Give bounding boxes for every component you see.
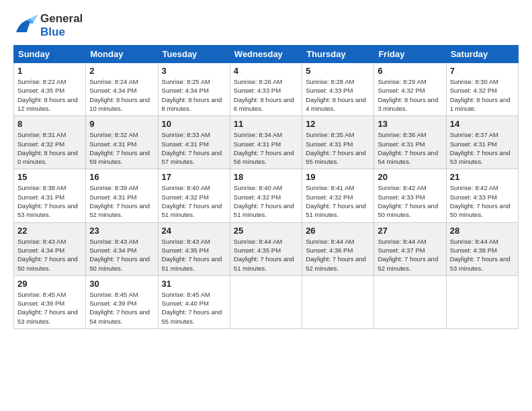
calendar-cell: 23 Sunrise: 8:43 AM Sunset: 4:34 PM Dayl… xyxy=(86,222,158,275)
weekday-header-thursday: Thursday xyxy=(302,46,374,63)
daylight: Daylight: 8 hours and 4 minutes. xyxy=(306,96,366,112)
sunrise: Sunrise: 8:22 AM xyxy=(17,78,66,85)
sunset: Sunset: 4:39 PM xyxy=(17,300,64,307)
daylight: Daylight: 7 hours and 51 minutes. xyxy=(162,255,222,271)
day-number: 24 xyxy=(162,226,226,236)
daylight: Daylight: 7 hours and 57 minutes. xyxy=(162,149,222,165)
sunset: Sunset: 4:37 PM xyxy=(378,246,425,254)
weekday-header-tuesday: Tuesday xyxy=(158,46,230,63)
day-info: Sunrise: 8:42 AM Sunset: 4:33 PM Dayligh… xyxy=(378,183,442,219)
day-number: 10 xyxy=(162,119,226,129)
sunset: Sunset: 4:34 PM xyxy=(162,87,209,94)
day-info: Sunrise: 8:36 AM Sunset: 4:31 PM Dayligh… xyxy=(378,130,442,166)
day-info: Sunrise: 8:42 AM Sunset: 4:33 PM Dayligh… xyxy=(450,183,515,219)
day-info: Sunrise: 8:28 AM Sunset: 4:33 PM Dayligh… xyxy=(306,77,370,113)
sunrise: Sunrise: 8:45 AM xyxy=(89,291,138,298)
daylight: Daylight: 7 hours and 52 minutes. xyxy=(89,202,150,218)
day-number: 28 xyxy=(450,226,515,236)
sunrise: Sunrise: 8:44 AM xyxy=(450,238,498,245)
day-number: 29 xyxy=(17,279,82,289)
daylight: Daylight: 8 hours and 0 minutes. xyxy=(17,149,78,165)
day-number: 3 xyxy=(162,66,226,76)
sunrise: Sunrise: 8:36 AM xyxy=(378,131,426,138)
day-info: Sunrise: 8:43 AM Sunset: 4:35 PM Dayligh… xyxy=(162,237,226,273)
daylight: Daylight: 7 hours and 50 minutes. xyxy=(450,202,511,218)
day-number: 5 xyxy=(306,66,370,76)
sunrise: Sunrise: 8:43 AM xyxy=(17,238,66,245)
sunrise: Sunrise: 8:44 AM xyxy=(234,238,282,245)
day-info: Sunrise: 8:39 AM Sunset: 4:31 PM Dayligh… xyxy=(89,183,154,219)
day-number: 4 xyxy=(234,66,298,76)
day-number: 6 xyxy=(378,66,442,76)
calendar-week-1: 1 Sunrise: 8:22 AM Sunset: 4:35 PM Dayli… xyxy=(14,63,519,116)
sunrise: Sunrise: 8:40 AM xyxy=(234,184,282,191)
sunrise: Sunrise: 8:35 AM xyxy=(306,131,354,138)
day-info: Sunrise: 8:35 AM Sunset: 4:31 PM Dayligh… xyxy=(306,130,370,166)
sunset: Sunset: 4:31 PM xyxy=(450,140,497,148)
day-info: Sunrise: 8:29 AM Sunset: 4:32 PM Dayligh… xyxy=(378,77,442,113)
calendar-cell: 22 Sunrise: 8:43 AM Sunset: 4:34 PM Dayl… xyxy=(14,222,86,275)
day-number: 17 xyxy=(162,172,226,182)
sunrise: Sunrise: 8:33 AM xyxy=(162,131,210,138)
sunset: Sunset: 4:39 PM xyxy=(89,300,136,307)
day-number: 2 xyxy=(89,66,154,76)
sunset: Sunset: 4:32 PM xyxy=(17,140,64,148)
day-number: 21 xyxy=(450,172,515,182)
sunrise: Sunrise: 8:44 AM xyxy=(306,238,354,245)
day-info: Sunrise: 8:44 AM Sunset: 4:37 PM Dayligh… xyxy=(378,237,442,273)
sunset: Sunset: 4:35 PM xyxy=(162,246,209,254)
weekday-header-saturday: Saturday xyxy=(446,46,518,63)
logo-text-block: General Blue xyxy=(40,12,83,38)
sunset: Sunset: 4:31 PM xyxy=(17,193,64,201)
daylight: Daylight: 8 hours and 6 minutes. xyxy=(234,96,294,112)
sunset: Sunset: 4:38 PM xyxy=(450,246,497,254)
page: General Blue SundayMondayTuesdayWednesda… xyxy=(0,0,532,336)
calendar-cell: 8 Sunrise: 8:31 AM Sunset: 4:32 PM Dayli… xyxy=(14,116,86,169)
calendar-header: SundayMondayTuesdayWednesdayThursdayFrid… xyxy=(14,46,519,63)
calendar-cell: 24 Sunrise: 8:43 AM Sunset: 4:35 PM Dayl… xyxy=(158,222,230,275)
calendar-cell: 26 Sunrise: 8:44 AM Sunset: 4:36 PM Dayl… xyxy=(302,222,374,275)
sunrise: Sunrise: 8:39 AM xyxy=(89,184,138,191)
daylight: Daylight: 8 hours and 10 minutes. xyxy=(89,96,150,112)
daylight: Daylight: 7 hours and 53 minutes. xyxy=(450,255,511,271)
day-number: 26 xyxy=(306,226,370,236)
daylight: Daylight: 7 hours and 52 minutes. xyxy=(378,255,438,271)
daylight: Daylight: 7 hours and 54 minutes. xyxy=(378,149,438,165)
daylight: Daylight: 7 hours and 56 minutes. xyxy=(234,149,294,165)
day-number: 1 xyxy=(17,66,82,76)
weekday-header-wednesday: Wednesday xyxy=(230,46,302,63)
day-info: Sunrise: 8:43 AM Sunset: 4:34 PM Dayligh… xyxy=(17,237,82,273)
day-number: 30 xyxy=(89,279,154,289)
calendar-week-4: 22 Sunrise: 8:43 AM Sunset: 4:34 PM Dayl… xyxy=(14,222,519,275)
weekday-header-sunday: Sunday xyxy=(14,46,86,63)
logo-blue: Blue xyxy=(40,26,83,39)
logo-general: General xyxy=(40,12,83,26)
sunset: Sunset: 4:32 PM xyxy=(378,87,425,94)
day-info: Sunrise: 8:37 AM Sunset: 4:31 PM Dayligh… xyxy=(450,130,515,166)
calendar-cell: 1 Sunrise: 8:22 AM Sunset: 4:35 PM Dayli… xyxy=(14,63,86,116)
sunset: Sunset: 4:34 PM xyxy=(89,87,136,94)
sunrise: Sunrise: 8:31 AM xyxy=(17,131,66,138)
weekday-header-row: SundayMondayTuesdayWednesdayThursdayFrid… xyxy=(14,46,519,63)
day-info: Sunrise: 8:43 AM Sunset: 4:34 PM Dayligh… xyxy=(89,237,154,273)
day-info: Sunrise: 8:44 AM Sunset: 4:35 PM Dayligh… xyxy=(234,237,298,273)
calendar-week-5: 29 Sunrise: 8:45 AM Sunset: 4:39 PM Dayl… xyxy=(14,275,519,328)
day-info: Sunrise: 8:34 AM Sunset: 4:31 PM Dayligh… xyxy=(234,130,298,166)
sunset: Sunset: 4:32 PM xyxy=(306,193,353,201)
sunrise: Sunrise: 8:43 AM xyxy=(162,238,210,245)
sunrise: Sunrise: 8:25 AM xyxy=(162,78,210,85)
day-number: 7 xyxy=(450,66,515,76)
calendar-cell: 2 Sunrise: 8:24 AM Sunset: 4:34 PM Dayli… xyxy=(86,63,158,116)
day-number: 11 xyxy=(234,119,298,129)
day-number: 14 xyxy=(450,119,515,129)
sunset: Sunset: 4:31 PM xyxy=(234,140,281,148)
sunset: Sunset: 4:31 PM xyxy=(89,140,136,148)
logo: General Blue xyxy=(13,12,83,38)
day-number: 8 xyxy=(17,119,82,129)
day-number: 23 xyxy=(89,226,154,236)
day-number: 31 xyxy=(162,279,226,289)
calendar-cell: 14 Sunrise: 8:37 AM Sunset: 4:31 PM Dayl… xyxy=(446,116,518,169)
calendar-cell: 30 Sunrise: 8:45 AM Sunset: 4:39 PM Dayl… xyxy=(86,275,158,328)
day-number: 13 xyxy=(378,119,442,129)
day-info: Sunrise: 8:24 AM Sunset: 4:34 PM Dayligh… xyxy=(89,77,154,113)
